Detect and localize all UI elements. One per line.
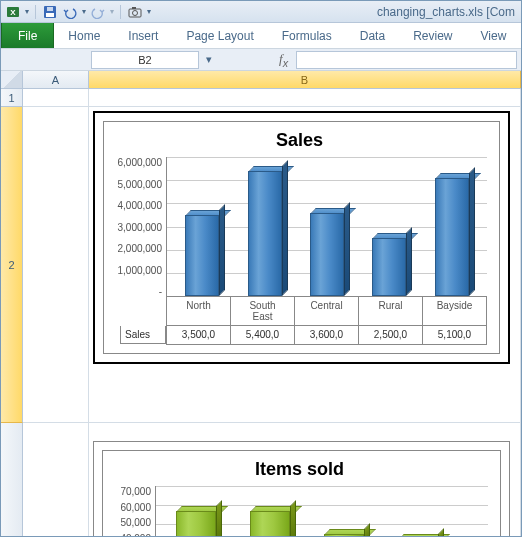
undo-icon[interactable] <box>62 4 78 20</box>
cell-b2[interactable]: Sales 6,000,000 5,000,000 4,000,000 3,00… <box>89 107 521 423</box>
redo-dropdown-icon[interactable]: ▾ <box>110 7 114 16</box>
data-bar <box>310 213 344 296</box>
data-bar <box>185 215 219 296</box>
chart-title: Items sold <box>111 459 488 480</box>
row-header-1[interactable]: 1 <box>1 89 23 107</box>
tab-home[interactable]: Home <box>54 23 114 48</box>
cell-b3[interactable]: Items sold 70,000 60,000 50,000 40,000 <box>89 423 521 537</box>
y-axis: 70,000 60,000 50,000 40,000 <box>111 486 155 537</box>
row-header-3[interactable] <box>1 423 23 537</box>
data-bar <box>372 238 406 296</box>
worksheet-grid: 1 2 Sales 6,000,000 5,000,000 <box>1 89 521 536</box>
column-headers: A B <box>1 71 521 89</box>
formula-bar-row: B2 ▾ fx <box>1 49 521 71</box>
y-axis: 6,000,000 5,000,000 4,000,000 3,000,000 … <box>112 157 166 297</box>
fx-icon[interactable]: fx <box>279 51 288 69</box>
tab-insert[interactable]: Insert <box>114 23 172 48</box>
svg-rect-7 <box>132 7 136 9</box>
chart-items-sold[interactable]: Items sold 70,000 60,000 50,000 40,000 <box>93 441 510 537</box>
chart-data-table: Sales 3,500,0 5,400,0 3,600,0 2,500,0 5,… <box>166 325 487 345</box>
cell-b1[interactable] <box>89 89 521 107</box>
svg-point-6 <box>133 10 138 15</box>
save-icon[interactable] <box>42 4 58 20</box>
tab-review[interactable]: Review <box>399 23 466 48</box>
svg-rect-3 <box>46 13 54 17</box>
chart-sales[interactable]: Sales 6,000,000 5,000,000 4,000,000 3,00… <box>93 111 510 364</box>
tab-page-layout[interactable]: Page Layout <box>172 23 267 48</box>
select-all-triangle[interactable] <box>1 71 23 88</box>
title-bar: X ▾ ▾ ▾ ▾ changing_charts.xls [Com <box>1 1 521 23</box>
cell-a2[interactable] <box>23 107 89 423</box>
redo-icon[interactable] <box>90 4 106 20</box>
tab-data[interactable]: Data <box>346 23 399 48</box>
ribbon-tabs: File Home Insert Page Layout Formulas Da… <box>1 23 521 49</box>
name-box-dropdown-icon[interactable]: ▾ <box>201 51 217 69</box>
data-bar <box>176 511 216 537</box>
excel-icon: X <box>5 4 21 20</box>
name-box[interactable]: B2 <box>91 51 199 69</box>
undo-dropdown-icon[interactable]: ▾ <box>82 7 86 16</box>
row-header-2[interactable]: 2 <box>1 107 23 423</box>
cell-a1[interactable] <box>23 89 89 107</box>
chart-title: Sales <box>112 130 487 151</box>
x-axis: North SouthEast Central Rural Bayside <box>166 297 487 325</box>
qat-customize-icon[interactable]: ▾ <box>147 7 151 16</box>
window-title: changing_charts.xls [Com <box>377 5 517 19</box>
data-bar <box>250 511 290 537</box>
plot-area <box>166 157 487 297</box>
data-bar <box>435 178 469 296</box>
col-header-b[interactable]: B <box>89 71 521 88</box>
file-tab[interactable]: File <box>1 23 54 48</box>
tab-view[interactable]: View <box>467 23 521 48</box>
camera-icon[interactable] <box>127 4 143 20</box>
qat-dropdown-icon[interactable]: ▾ <box>25 7 29 16</box>
svg-text:X: X <box>10 8 16 17</box>
svg-rect-4 <box>47 7 53 11</box>
cell-a3[interactable] <box>23 423 89 537</box>
data-bar <box>248 171 282 296</box>
formula-bar[interactable] <box>296 51 517 69</box>
col-header-a[interactable]: A <box>23 71 89 88</box>
plot-area <box>155 486 488 537</box>
tab-formulas[interactable]: Formulas <box>268 23 346 48</box>
data-bar <box>324 534 364 537</box>
